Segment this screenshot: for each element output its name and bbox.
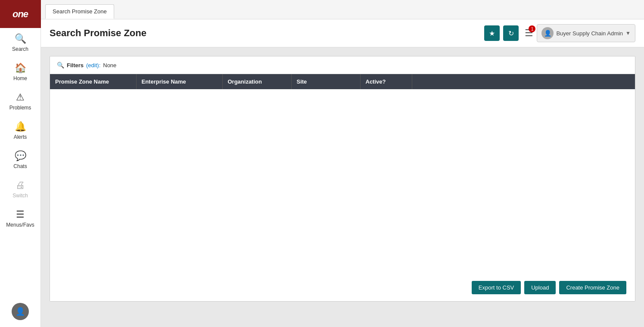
results-table: Promise Zone Name Enterprise Name Organi… [50, 74, 635, 89]
notification-badge: 1 [529, 25, 535, 32]
home-icon: 🏠 [15, 62, 26, 74]
main-content: Search Promise Zone Search Promise Zone … [41, 0, 644, 327]
menu-icon: ☰ [16, 209, 25, 220]
sidebar-item-user-avatar[interactable]: 👤 [0, 298, 40, 327]
tab-bar: Search Promise Zone [41, 0, 644, 19]
sidebar-item-label: Problems [9, 105, 31, 111]
col-header-promise-zone-name: Promise Zone Name [50, 74, 136, 89]
content-panel: 🔍 Filters (edit): None Promise Zone Name… [50, 56, 635, 302]
page-title: Search Promise Zone [50, 28, 146, 39]
bell-icon: 🔔 [15, 121, 26, 132]
export-csv-button[interactable]: Export to CSV [472, 281, 521, 294]
sidebar-item-problems[interactable]: ⚠ Problems [0, 87, 40, 116]
warning-icon: ⚠ [16, 92, 25, 103]
filters-edit-link[interactable]: (edit): [86, 62, 100, 69]
switch-icon: 🖨 [16, 180, 25, 191]
sidebar-item-label: Chats [13, 163, 27, 169]
sidebar-item-label: Alerts [14, 134, 27, 140]
tab-search-promise-zone[interactable]: Search Promise Zone [45, 4, 114, 19]
chat-icon: 💬 [15, 150, 26, 162]
col-header-enterprise-name: Enterprise Name [136, 74, 222, 89]
sidebar-item-alerts[interactable]: 🔔 Alerts [0, 116, 40, 145]
refresh-icon: ↻ [508, 29, 514, 37]
user-dropdown[interactable]: 👤 Buyer Supply Chain Admin ▼ [537, 24, 635, 42]
app-logo[interactable]: one [0, 0, 41, 28]
col-header-active: Active? [360, 74, 412, 89]
footer-actions: Export to CSV Upload Create Promise Zone [50, 274, 635, 301]
col-header-empty [412, 74, 635, 89]
logo-text: one [12, 9, 28, 20]
sidebar-item-switch: 🖨 Switch [0, 174, 40, 204]
results-table-container: Promise Zone Name Enterprise Name Organi… [50, 74, 635, 274]
sidebar-item-label: Switch [12, 193, 28, 199]
col-header-organization: Organization [222, 74, 291, 89]
chevron-down-icon: ▼ [625, 30, 631, 36]
sidebar-item-home[interactable]: 🏠 Home [0, 57, 40, 87]
user-name: Buyer Supply Chain Admin [556, 30, 623, 37]
filters-bar: 🔍 Filters (edit): None [50, 56, 635, 74]
sidebar-item-label: Search [12, 46, 28, 52]
star-icon: ★ [489, 29, 495, 37]
filters-value: None [103, 62, 116, 69]
sidebar-item-search[interactable]: 🔍 Search [0, 28, 40, 57]
favorite-button[interactable]: ★ [484, 25, 500, 41]
menu-notifications-button[interactable]: ☰ 1 [525, 28, 533, 39]
create-promise-zone-button[interactable]: Create Promise Zone [559, 281, 626, 294]
user-avatar: 👤 [541, 27, 554, 39]
sidebar-item-label: Menus/Favs [6, 222, 34, 228]
sidebar-item-menus[interactable]: ☰ Menus/Favs [0, 204, 40, 233]
content-area: 🔍 Filters (edit): None Promise Zone Name… [41, 47, 644, 327]
sidebar-item-chats[interactable]: 💬 Chats [0, 145, 40, 174]
sidebar: one 🔍 Search 🏠 Home ⚠ Problems 🔔 Alerts … [0, 0, 41, 327]
filter-search-icon: 🔍 [57, 62, 64, 69]
table-header-row: Promise Zone Name Enterprise Name Organi… [50, 74, 635, 89]
refresh-button[interactable]: ↻ [503, 25, 519, 41]
col-header-site: Site [291, 74, 360, 89]
search-icon: 🔍 [15, 33, 26, 44]
avatar-icon: 👤 [544, 30, 551, 37]
page-header: Search Promise Zone ★ ↻ ☰ 1 👤 Buyer Supp… [41, 19, 644, 47]
user-avatar-small: 👤 [12, 303, 29, 320]
filters-label: Filters [67, 62, 84, 69]
upload-button[interactable]: Upload [524, 281, 556, 294]
header-actions: ★ ↻ ☰ 1 👤 Buyer Supply Chain Admin ▼ [484, 24, 635, 42]
sidebar-item-label: Home [13, 75, 27, 81]
